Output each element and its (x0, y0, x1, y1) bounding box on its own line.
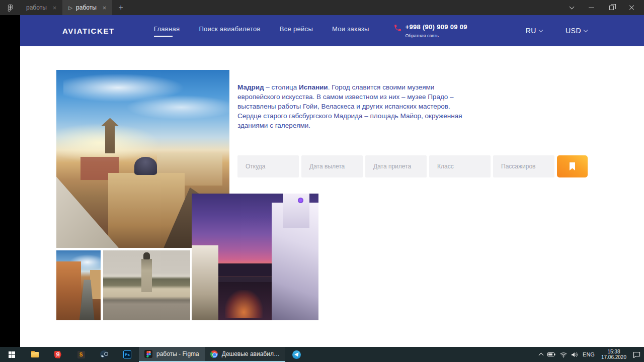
restore-button[interactable] (609, 6, 614, 10)
figma-task-button[interactable]: работы - Figma (139, 347, 205, 362)
chrome-task-button[interactable]: Дешевые авиабил… (205, 347, 285, 362)
tab-workspace-1[interactable]: работы × (20, 0, 62, 15)
canvas-gutter (0, 15, 20, 347)
titlebar-drag-region (123, 0, 570, 15)
flight-search-form (237, 155, 588, 177)
arrival-date-input[interactable] (365, 155, 427, 177)
windows-logo-icon (9, 351, 15, 358)
chevron-down-icon[interactable] (570, 5, 575, 10)
bookmark-icon (569, 162, 576, 171)
madrid-photo-street (56, 250, 101, 320)
origin-input[interactable] (237, 155, 299, 177)
feedback-link[interactable]: Обратная связь (406, 33, 467, 38)
telegram-icon (292, 350, 301, 359)
taskbar-clock[interactable]: 15:38 17.06.2020 (599, 349, 628, 360)
phone-icon (393, 24, 402, 32)
volume-icon[interactable] (572, 352, 578, 357)
steam-icon (100, 350, 108, 358)
steam-button[interactable] (93, 347, 116, 362)
city-name-bold: Мадрид (237, 83, 264, 91)
photoshop-icon: Ps (123, 350, 131, 358)
phone-number[interactable]: +998 (90) 909 09 09 (406, 23, 467, 31)
chevron-down-icon (539, 28, 543, 32)
wifi-icon[interactable] (560, 352, 567, 357)
figma-presentation-canvas: AVIATICKET Главная Поиск авиабилетов Все… (0, 15, 644, 347)
departure-date-input[interactable] (301, 155, 363, 177)
nav-item-flight-search[interactable]: Поиск авиабилетов (199, 25, 260, 37)
yandex-icon: Я (54, 351, 61, 358)
tab-workspace-2-active[interactable]: ▷ работы × (62, 0, 112, 15)
madrid-photo-night (192, 194, 318, 320)
language-value: RU (526, 27, 536, 35)
file-explorer-button[interactable] (23, 347, 46, 362)
folder-icon (31, 352, 39, 357)
nav-item-my-orders[interactable]: Мои заказы (332, 25, 369, 37)
start-button[interactable] (0, 347, 23, 362)
passengers-input[interactable] (493, 155, 554, 177)
chevron-down-icon (584, 28, 588, 32)
sublime-icon: S (77, 351, 85, 358)
minimize-button[interactable] (589, 8, 594, 8)
language-selector[interactable]: RU (526, 27, 542, 35)
tab-label: работы (26, 4, 47, 11)
close-window-button[interactable] (629, 5, 635, 11)
telegram-button[interactable] (285, 347, 308, 362)
action-center-icon[interactable] (633, 351, 640, 358)
photoshop-button[interactable]: Ps (116, 347, 139, 362)
madrid-photo-monument (103, 250, 190, 320)
yandex-browser-button[interactable]: Я (46, 347, 69, 362)
search-button[interactable] (557, 155, 588, 177)
battery-icon[interactable] (547, 352, 555, 357)
currency-selector[interactable]: USD (566, 27, 587, 35)
nav-item-all-flights[interactable]: Все рейсы (280, 25, 313, 37)
currency-value: USD (566, 27, 581, 35)
tab-close-icon[interactable]: × (103, 4, 107, 12)
figma-menu-icon[interactable] (0, 4, 20, 12)
windows-taskbar: Я S Ps работы - Figma Дешевые авиабил… (0, 347, 644, 362)
clock-time: 15:38 (601, 349, 626, 354)
article-text: – столица (264, 83, 299, 91)
figma-icon (144, 350, 152, 358)
tray-expand-icon[interactable] (539, 353, 544, 358)
madrid-description: Мадрид – столица Испании. Город славится… (237, 82, 463, 130)
nav-item-home[interactable]: Главная (154, 25, 180, 37)
main-menu: Главная Поиск авиабилетов Все рейсы Мои … (154, 25, 369, 37)
figma-task-label: работы - Figma (156, 350, 199, 357)
tab-label: работы (76, 4, 97, 11)
class-input[interactable] (429, 155, 491, 177)
aviaticket-page: AVIATICKET Главная Поиск авиабилетов Все… (20, 15, 644, 347)
system-tray: ENG 15:38 17.06.2020 (539, 347, 644, 362)
tab-close-icon[interactable]: × (53, 4, 57, 12)
new-tab-button[interactable]: + (118, 3, 123, 12)
keyboard-language[interactable]: ENG (583, 351, 595, 357)
brand-logo[interactable]: AVIATICKET (62, 27, 115, 35)
chrome-task-label: Дешевые авиабил… (222, 350, 280, 357)
sublime-text-button[interactable]: S (69, 347, 93, 362)
figma-titlebar: работы × ▷ работы × + (0, 0, 644, 15)
contact-block: +998 (90) 909 09 09 Обратная связь (393, 23, 467, 38)
chrome-icon (210, 350, 218, 358)
country-name-bold: Испании (299, 83, 328, 91)
presentation-play-icon: ▷ (68, 5, 72, 11)
clock-date: 17.06.2020 (601, 354, 626, 360)
site-navbar: AVIATICKET Главная Поиск авиабилетов Все… (20, 15, 644, 46)
